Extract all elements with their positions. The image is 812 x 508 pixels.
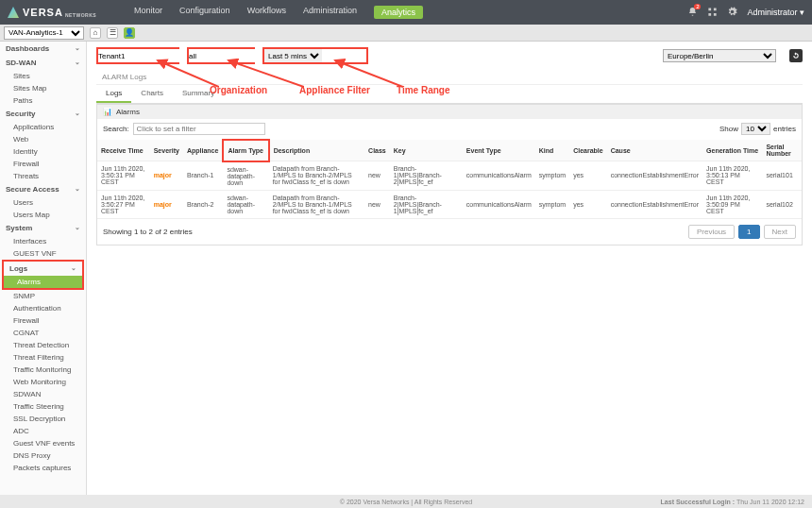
sidebar-item-dns-proxy[interactable]: DNS Proxy [0, 449, 86, 462]
sidebar-item-web[interactable]: Web [0, 133, 86, 145]
nav-monitor[interactable]: Monitor [134, 6, 162, 19]
sidebar-item-traffic-monitoring[interactable]: Traffic Monitoring [0, 364, 86, 376]
cell-class: new [364, 161, 390, 191]
sidebar-item-users-map[interactable]: Users Map [0, 209, 86, 221]
show-count-select[interactable]: 10 [741, 123, 770, 135]
home-icon[interactable]: ⌂ [90, 27, 101, 39]
top-header: VERSA NETWORKS Monitor Configuration Wor… [0, 0, 812, 25]
sidebar-logs[interactable]: Logs⌄ [4, 262, 82, 276]
annotation-time: Time Range [397, 85, 450, 95]
sidebar-logs-highlight-box: Logs⌄ Alarms [2, 260, 84, 290]
col-clearable[interactable]: Clearable [569, 140, 607, 161]
alarms-card-header: 📊 Alarms [97, 105, 802, 119]
sub-icon-row: ⌂ ☰ 👤 [90, 27, 135, 39]
cell-key: Branch-1|MPLS|Branch-2|MPLS|fc_ef [390, 161, 463, 191]
cell-clearable: yes [569, 161, 607, 191]
nav-administration[interactable]: Administration [303, 6, 357, 19]
show-entries-control: Show 10 entries [719, 123, 796, 135]
sub-header: VAN-Analytics-1 ⌂ ☰ 👤 [0, 25, 812, 42]
user-menu[interactable]: Administrator ▾ [747, 8, 804, 17]
sidebar-secure-access[interactable]: Secure Access⌄ [0, 182, 86, 196]
col-event-type[interactable]: Event Type [463, 140, 535, 161]
user-icon[interactable]: 👤 [124, 27, 135, 39]
sidebar-item-threat-detection[interactable]: Threat Detection [0, 339, 86, 351]
svg-line-0 [158, 60, 219, 87]
alarms-table: Receive Time Severity Appliance Alarm Ty… [97, 139, 802, 219]
col-serial-number[interactable]: Serial Number [762, 140, 802, 161]
nav-analytics[interactable]: Analytics [374, 6, 423, 19]
sidebar-item-firewall[interactable]: Firewall [0, 158, 86, 170]
col-key[interactable]: Key [390, 140, 463, 161]
cell-alarm-type: sdwan-datapath-down [223, 161, 268, 191]
sidebar-item-alarms[interactable]: Alarms [4, 276, 82, 288]
sidebar-item-threat-filtering[interactable]: Threat Filtering [0, 351, 86, 364]
sidebar-system[interactable]: System⌄ [0, 221, 86, 235]
col-appliance[interactable]: Appliance [183, 140, 223, 161]
sidebar-item-sites[interactable]: Sites [0, 70, 86, 82]
brand-subtext: NETWORKS [65, 12, 96, 18]
entries-label: entries [773, 125, 796, 133]
table-header: Receive Time Severity Appliance Alarm Ty… [97, 140, 802, 161]
cell-serial: serial102 [762, 190, 802, 218]
sidebar-item-identity[interactable]: Identity [0, 145, 86, 158]
footer-last-login: Last Successful Login : Thu Jun 11 2020 … [661, 499, 804, 505]
col-generation-time[interactable]: Generation Time [702, 140, 762, 161]
sidebar-item-threats[interactable]: Threats [0, 170, 86, 182]
cell-kind: symptom [535, 161, 569, 191]
cell-description: Datapath from Branch-2/MPLS to Branch-1/… [269, 190, 364, 218]
col-kind[interactable]: Kind [535, 140, 569, 161]
next-button[interactable]: Next [764, 225, 796, 239]
grid-icon[interactable] [707, 7, 718, 19]
top-nav: Monitor Configuration Workflows Administ… [134, 6, 423, 19]
sidebar-item-authentication[interactable]: Authentication [0, 302, 86, 314]
table-row[interactable]: Jun 11th 2020, 3:50:27 PM CEST major Bra… [97, 190, 802, 218]
refresh-button[interactable] [789, 49, 803, 62]
show-label: Show [719, 125, 738, 133]
sidebar-item-guest-vnf-events[interactable]: Guest VNF events [0, 437, 86, 449]
main-layout: Dashboards⌄ SD-WAN⌄ Sites Sites Map Path… [0, 42, 812, 495]
col-alarm-type[interactable]: Alarm Type [223, 140, 268, 161]
prev-button[interactable]: Previous [688, 225, 735, 239]
cell-alarm-type: sdwan-datapath-down [223, 190, 268, 218]
arrow-time-icon [328, 59, 403, 92]
search-label: Search: [103, 125, 129, 133]
sidebar-item-paths[interactable]: Paths [0, 94, 86, 107]
sidebar-item-firewall-log[interactable]: Firewall [0, 314, 86, 327]
sidebar-item-web-monitoring[interactable]: Web Monitoring [0, 376, 86, 388]
sidebar-item-cgnat[interactable]: CGNAT [0, 327, 86, 339]
notification-bell-icon[interactable]: 2 [687, 7, 698, 19]
sidebar-item-ssl-decryption[interactable]: SSL Decryption [0, 413, 86, 425]
sidebar-item-packets-captures[interactable]: Packets captures [0, 462, 86, 474]
col-class[interactable]: Class [364, 140, 390, 161]
search-input[interactable] [133, 123, 265, 135]
table-row[interactable]: Jun 11th 2020, 3:50:31 PM CEST major Bra… [97, 161, 802, 191]
page-1-button[interactable]: 1 [738, 225, 759, 239]
sidebar-item-snmp[interactable]: SNMP [0, 290, 86, 302]
sidebar-item-adc[interactable]: ADC [0, 425, 86, 437]
col-receive-time[interactable]: Receive Time [97, 140, 150, 161]
pager-info: Showing 1 to 2 of 2 entries [103, 228, 193, 236]
sidebar-dashboards[interactable]: Dashboards⌄ [0, 42, 86, 56]
col-description[interactable]: Description [269, 140, 364, 161]
tab-logs[interactable]: Logs [96, 85, 131, 103]
tenant-select[interactable]: VAN-Analytics-1 [4, 26, 84, 40]
nav-configuration[interactable]: Configuration [179, 6, 230, 19]
sidebar-item-traffic-steering[interactable]: Traffic Steering [0, 400, 86, 413]
sidebar-item-interfaces[interactable]: Interfaces [0, 235, 86, 247]
col-cause[interactable]: Cause [607, 140, 702, 161]
cell-receive: Jun 11th 2020, 3:50:27 PM CEST [97, 190, 150, 218]
sidebar-item-sites-map[interactable]: Sites Map [0, 82, 86, 94]
gear-icon[interactable] [727, 7, 737, 19]
list-icon[interactable]: ☰ [107, 27, 118, 39]
alarms-card-title: Alarms [116, 108, 140, 116]
sidebar-item-guest-vnf[interactable]: GUEST VNF [0, 247, 86, 260]
timezone-select[interactable]: Europe/Berlin [663, 49, 776, 62]
sidebar-item-applications[interactable]: Applications [0, 121, 86, 133]
sidebar-item-users[interactable]: Users [0, 196, 86, 209]
sidebar-security[interactable]: Security⌄ [0, 107, 86, 121]
col-severity[interactable]: Severity [150, 140, 183, 161]
cell-kind: symptom [535, 190, 569, 218]
sidebar-sdwan[interactable]: SD-WAN⌄ [0, 56, 86, 70]
nav-workflows[interactable]: Workflows [247, 6, 286, 19]
sidebar-item-sdwan-log[interactable]: SDWAN [0, 388, 86, 400]
